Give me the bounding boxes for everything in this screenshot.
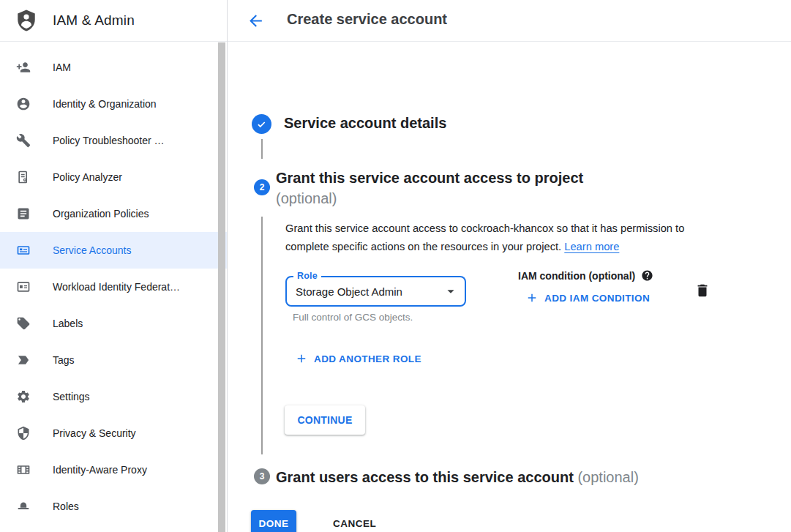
sidebar-item-tags[interactable]: Tags (0, 342, 227, 378)
app-root: IAM & Admin IAM Identity & Organization (0, 0, 791, 532)
sidebar-item-label: Identity-Aware Proxy (53, 464, 147, 476)
sidebar-item-label: Settings (53, 391, 90, 402)
learn-more-link[interactable]: Learn more (564, 241, 619, 252)
page-title: Create service account (287, 11, 447, 28)
hat-icon (16, 499, 31, 514)
sidebar-item-label: Labels (53, 318, 83, 329)
step1-title: Service account details (284, 115, 446, 132)
iam-admin-shield-icon (15, 8, 38, 33)
sidebar-item-workload-identity-federation[interactable]: Workload Identity Federat… (0, 269, 227, 305)
create-service-account-form: Service account details 2 Grant this ser… (228, 42, 791, 532)
role-helper-text: Full control of GCS objects. (293, 312, 413, 323)
sidebar-item-iam[interactable]: IAM (0, 49, 227, 86)
step-connector (261, 217, 263, 454)
shield-icon (16, 426, 31, 441)
app-title: IAM & Admin (53, 12, 135, 29)
step3-title: Grant users access to this service accou… (276, 469, 639, 486)
sidebar-item-labels[interactable]: Labels (0, 305, 227, 342)
person-add-icon (16, 60, 31, 75)
sidebar-item-roles[interactable]: Roles (0, 488, 227, 525)
step2-title: Grant this service account access to pro… (276, 166, 583, 190)
badge-card-icon (16, 280, 31, 294)
iam-condition-label: IAM condition (optional) (518, 270, 635, 282)
step2-description: Grant this service account access to coc… (285, 220, 724, 256)
role-selected-value: Storage Object Admin (296, 277, 402, 305)
role-select[interactable]: Role Storage Object Admin (285, 276, 466, 307)
step3-number-badge: 3 (254, 468, 270, 484)
document-lines-icon (16, 206, 31, 221)
proxy-grid-icon (16, 462, 31, 477)
sidebar-nav: IAM Identity & Organization Policy Troub… (0, 42, 227, 525)
add-another-role-button[interactable]: ADD ANOTHER ROLE (295, 352, 421, 365)
plus-icon (525, 291, 539, 304)
back-button[interactable] (245, 10, 266, 31)
step3-optional-label: (optional) (577, 469, 638, 485)
add-iam-condition-label: ADD IAM CONDITION (544, 293, 650, 304)
step3-title-text: Grant users access to this service accou… (276, 469, 574, 485)
done-button[interactable]: DONE (251, 510, 296, 532)
sidebar-item-label: Policy Troubleshooter … (53, 135, 165, 146)
help-icon[interactable] (641, 269, 653, 282)
wrench-icon (16, 133, 31, 148)
sidebar-item-label: IAM (53, 61, 71, 73)
arrow-back-icon (247, 12, 265, 30)
sidebar-item-policy-analyzer[interactable]: Policy Analyzer (0, 159, 227, 195)
sidebar-item-policy-troubleshooter[interactable]: Policy Troubleshooter … (0, 122, 227, 159)
sidebar-item-identity-organization[interactable]: Identity & Organization (0, 86, 227, 122)
step2-description-text: Grant this service account access to coc… (285, 222, 684, 252)
add-iam-condition-button[interactable]: ADD IAM CONDITION (525, 291, 650, 304)
sidebar-scrollbar[interactable] (218, 42, 225, 532)
sidebar-item-label: Policy Analyzer (53, 171, 122, 183)
sidebar-item-label: Privacy & Security (53, 427, 136, 439)
topbar: Create service account (228, 0, 791, 42)
sidebar-item-label: Tags (53, 354, 75, 366)
trash-icon (694, 282, 711, 299)
dropdown-arrow-icon (443, 283, 459, 299)
sidebar-item-label: Organization Policies (53, 208, 149, 220)
label-icon (16, 316, 31, 331)
sidebar-item-label: Identity & Organization (53, 98, 157, 110)
step-connector (261, 139, 263, 159)
step2-optional-label: (optional) (276, 190, 337, 207)
service-account-icon (16, 243, 31, 258)
iam-condition-label-row: IAM condition (optional) (518, 269, 653, 282)
sidebar-item-privacy-security[interactable]: Privacy & Security (0, 415, 227, 452)
sidebar-header: IAM & Admin (0, 0, 227, 42)
step1-complete-icon (252, 114, 271, 134)
sidebar-item-label: Workload Identity Federat… (53, 281, 180, 293)
sidebar: IAM & Admin IAM Identity & Organization (0, 0, 228, 532)
delete-role-button[interactable] (693, 281, 712, 300)
plus-icon (295, 352, 308, 365)
cancel-button[interactable]: CANCEL (317, 510, 392, 532)
check-icon (255, 118, 268, 130)
main-panel: Create service account Service account d… (228, 0, 791, 532)
sidebar-item-service-accounts[interactable]: Service Accounts (0, 232, 227, 269)
sidebar-item-settings[interactable]: Settings (0, 378, 227, 415)
continue-button[interactable]: CONTINUE (285, 405, 365, 435)
sidebar-item-identity-aware-proxy[interactable]: Identity-Aware Proxy (0, 452, 227, 488)
tag-arrow-icon (16, 353, 31, 367)
step2-number-badge: 2 (254, 179, 270, 195)
person-circle-icon (16, 97, 31, 111)
gear-icon (16, 389, 31, 404)
add-another-role-label: ADD ANOTHER ROLE (314, 353, 421, 364)
sidebar-item-organization-policies[interactable]: Organization Policies (0, 195, 227, 232)
sidebar-item-label: Roles (53, 501, 79, 512)
policy-analyzer-icon (16, 170, 31, 184)
sidebar-item-label: Service Accounts (53, 244, 131, 256)
